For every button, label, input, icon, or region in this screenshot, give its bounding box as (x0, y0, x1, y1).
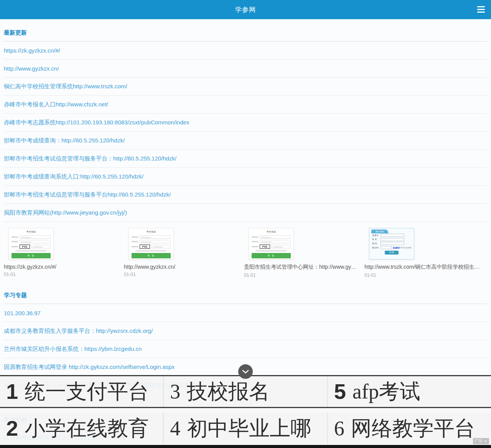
login-form-thumbnail[interactable]: 学生登录 YUL 登 录 (8, 228, 54, 260)
captcha-refresh-hint: 看不清 换张图 (400, 247, 411, 249)
list-item: 赤峰市中考志愿系统http://101.200.193.180:8083/zsx… (4, 114, 487, 132)
ad-item-label: 技校报名 (187, 381, 270, 402)
list-item: 铜仁高中学校招生管理系统http://www.trszk.com/ (4, 78, 487, 96)
hamburger-menu-icon[interactable] (477, 6, 485, 13)
thumb-date: 01-01 (124, 272, 239, 277)
thumb-col: 学生登录 YUL 登 录 http://www.gyzkzx.cn/ 01-01 (124, 228, 244, 278)
thumb-col: 考生登陆 准考号 姓 名 密 码 验证码 6384 看不清 换张图 登 陆 ht… (364, 228, 487, 278)
thumb-caption-link[interactable]: http://www.gyzkzx.cn/ (124, 264, 239, 270)
thumb-date: 01-01 (4, 272, 119, 277)
ad-item-number: 2 (6, 418, 18, 439)
link-text[interactable]: 揭阳市教育局网站(http://www.jieyang.gov.cn/jyj/) (4, 209, 127, 217)
mock-login-button: 登 录 (12, 253, 51, 258)
link-text[interactable]: 邯郸市中考招生考试信息管理与服务平台http://60.5.255.120/hd… (4, 191, 171, 198)
captcha-image: YUL (20, 245, 30, 249)
thumb-caption-link[interactable]: http://www.trszk.com/铜仁市高中阶段学校招生考试管理系统 (364, 264, 482, 271)
link-text[interactable]: 邯郸市中考成绩查询系统入口:http://60.5.255.120/hdzk/ (4, 173, 143, 180)
thumbnail-row: 学生登录 YUL 登 录 https://zk.gyzkzx.cn/#/ 01-… (4, 228, 487, 282)
page-title: 学参网 (235, 5, 256, 14)
chevron-down-icon (242, 370, 249, 374)
ad-item-label: 小学在线教育 (25, 418, 149, 439)
link-text[interactable]: http://www.gyzkzx.cn/ (4, 65, 59, 72)
link-text[interactable]: 邯郸市中考成绩查询：http://60.5.255.120/hdzk/ (4, 137, 125, 144)
mock-login-button: 登 录 (132, 253, 171, 258)
captcha-image: YUL (140, 245, 150, 249)
ad-item-label: 统一支付平台 (25, 381, 149, 402)
mock-login-title: 学生登录 (252, 230, 291, 234)
mock-login-title: 学生登录 (12, 230, 51, 234)
ad-item-number: 6 (334, 418, 344, 439)
ad-item-label: afp考试 (353, 381, 420, 402)
section-title-topics: 学习专题 (4, 282, 487, 304)
ad-bottom-border (0, 445, 491, 448)
ad-link-item[interactable]: 1 统一支付平台 (0, 376, 163, 407)
mock-field-label: 密 码 (372, 242, 381, 245)
link-text[interactable]: 赤峰市中考志愿系统http://101.200.193.180:8083/zsx… (4, 119, 189, 126)
list-item: 兰州市城关区幼升小报名系统：https://ybm.lzcgedu.cn (4, 340, 487, 358)
ad-link-item[interactable]: 4 初中毕业上哪 (163, 413, 327, 444)
list-item: 邯郸市中考成绩查询：http://60.5.255.120/hdzk/ (4, 132, 487, 150)
thumb-col: 学生登录 YUL 登 录 https://zk.gyzkzx.cn/#/ 01-… (4, 228, 124, 278)
ad-link-item[interactable]: 5 afp考试 (327, 376, 491, 407)
ad-overlay: 1 统一支付平台 3 技校报名 5 afp考试 2 小学在线教育 4 初中毕业上… (0, 375, 491, 448)
ad-link-item[interactable]: 6 网络教学平台 (327, 413, 491, 444)
exam-login-thumbnail[interactable]: 考生登陆 准考号 姓 名 密 码 验证码 6384 看不清 换张图 登 陆 (369, 228, 414, 260)
thumb-caption-link[interactable]: 贵阳市招生考试管理中心网址：http://www.gyzkzx.cn/ (244, 264, 359, 271)
link-text[interactable]: 成都市义务教育招生入学服务平台：http://ywzsrx.cdzk.org/ (4, 327, 153, 335)
mock-login-title: 学生登录 (132, 230, 171, 234)
captcha-image: YUL (260, 245, 270, 249)
app-header: 学参网 (0, 0, 491, 19)
list-item: 赤峰市中考报名入口http://www.cfszk.net/ (4, 96, 487, 114)
login-form-thumbnail[interactable]: 学生登录 YUL 登 录 (129, 228, 174, 260)
list-item: 揭阳市教育局网站(http://www.jieyang.gov.cn/jyj/) (4, 204, 487, 222)
mock-field-label: 姓 名 (372, 238, 381, 241)
ad-row: 1 统一支付平台 3 技校报名 5 afp考试 (0, 376, 491, 407)
ad-item-number: 5 (334, 381, 346, 402)
link-text[interactable]: 赤峰市中考报名入口http://www.cfszk.net/ (4, 101, 108, 108)
mock-exam-login-button: 登 陆 (385, 251, 399, 255)
ad-item-label: 网络教学平台 (351, 418, 475, 439)
list-item: http://www.gyzkzx.cn/ (4, 60, 487, 78)
close-icon[interactable]: ✕ (484, 439, 487, 443)
link-text[interactable]: https://zk.gyzkzx.cn/#/ (4, 47, 60, 54)
ad-item-number: 4 (170, 418, 180, 439)
thumb-col: 学生登录 YUL 登 录 贵阳市招生考试管理中心网址：http://www.gy… (244, 228, 364, 278)
login-form-thumbnail[interactable]: 学生登录 YUL 登 录 (249, 228, 294, 260)
thumb-caption-link[interactable]: https://zk.gyzkzx.cn/#/ (4, 264, 119, 270)
mock-field-label: 准考号 (372, 234, 381, 237)
ad-row-gap (0, 408, 491, 413)
mock-field-label: 验证码 (372, 246, 381, 249)
link-text[interactable]: 铜仁高中学校招生管理系统http://www.trszk.com/ (4, 83, 127, 90)
list-item: 邯郸市中考招生考试信息管理与服务平台http://60.5.255.120/hd… (4, 186, 487, 204)
captcha-code: 6384 (393, 246, 400, 250)
collapse-ad-button[interactable] (238, 364, 253, 379)
link-text[interactable]: 101.200.36.97 (4, 310, 41, 316)
mock-exam-tab: 考生登陆 (371, 230, 388, 233)
ad-link-item[interactable]: 2 小学在线教育 (0, 413, 163, 444)
section-title-latest: 最新更新 (4, 19, 487, 41)
thumb-date: 01-01 (364, 273, 482, 278)
list-item: https://zk.gyzkzx.cn/#/ (4, 41, 487, 60)
link-text[interactable]: 邯郸市中考招生考试信息管理与服务平台：http://60.5.255.120/h… (4, 155, 176, 162)
link-text[interactable]: 兰州市城关区幼升小报名系统：https://ybm.lzcgedu.cn (4, 346, 142, 353)
ad-badge[interactable]: 广告 ✕ (473, 438, 489, 444)
ad-item-number: 1 (6, 381, 18, 402)
ad-link-item[interactable]: 3 技校报名 (163, 376, 327, 407)
thumb-date: 01-01 (244, 273, 359, 278)
link-text[interactable]: 固原教育招生考试网登录 http://zk.gykszx.com/selfser… (4, 364, 175, 371)
list-item: 邯郸市中考成绩查询系统入口:http://60.5.255.120/hdzk/ (4, 168, 487, 186)
list-item: 邯郸市中考招生考试信息管理与服务平台：http://60.5.255.120/h… (4, 150, 487, 168)
ad-row: 2 小学在线教育 4 初中毕业上哪 6 网络教学平台 (0, 413, 491, 444)
ad-item-number: 3 (170, 381, 180, 402)
ad-item-label: 初中毕业上哪 (187, 418, 311, 439)
list-item: 101.200.36.97 (4, 304, 487, 322)
list-item: 成都市义务教育招生入学服务平台：http://ywzsrx.cdzk.org/ (4, 322, 487, 340)
ad-badge-label: 广告 (475, 438, 483, 444)
mock-login-button: 登 录 (252, 253, 291, 258)
